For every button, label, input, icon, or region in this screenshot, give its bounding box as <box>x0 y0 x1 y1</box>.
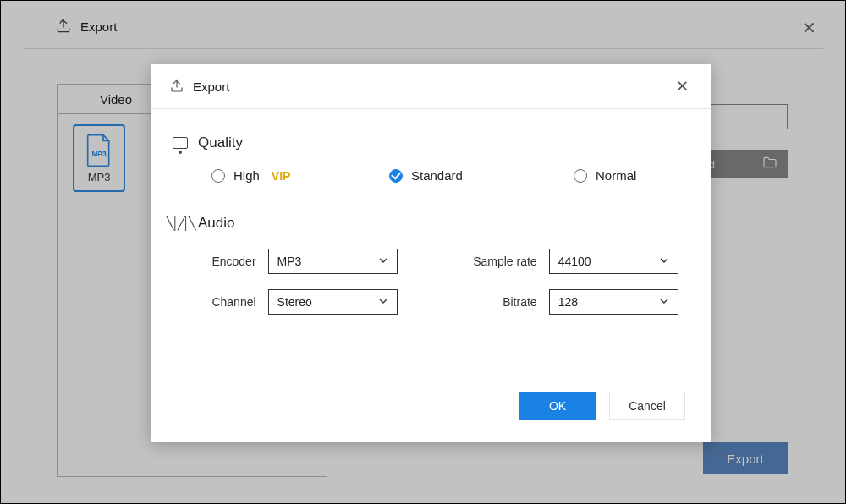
channel-value: Stereo <box>277 295 312 309</box>
chevron-down-icon <box>378 294 388 310</box>
samplerate-select[interactable]: 44100 <box>549 249 678 274</box>
encoder-value: MP3 <box>277 255 302 268</box>
radio-icon <box>212 169 225 183</box>
chevron-down-icon <box>378 254 388 269</box>
quality-option-normal[interactable]: Normal <box>574 168 636 183</box>
modal-title: Export <box>193 79 229 94</box>
close-icon[interactable]: ✕ <box>673 74 692 99</box>
radio-icon <box>574 169 587 183</box>
bitrate-label: Bitrate <box>448 295 537 309</box>
ok-label: OK <box>549 399 566 413</box>
vip-badge: VIP <box>272 169 291 183</box>
bitrate-value: 128 <box>558 295 578 309</box>
bitrate-select[interactable]: 128 <box>549 289 678 315</box>
radio-checked-icon <box>389 169 403 183</box>
chevron-down-icon <box>659 254 669 269</box>
samplerate-value: 44100 <box>558 255 591 268</box>
export-settings-modal: Export ✕ Quality High VIP Standard Norma… <box>151 64 711 442</box>
audio-section-title: Audio <box>198 215 234 232</box>
chevron-down-icon <box>659 294 669 310</box>
channel-select[interactable]: Stereo <box>268 289 398 315</box>
quality-section-title: Quality <box>198 134 243 151</box>
cancel-label: Cancel <box>629 399 666 413</box>
quality-option-high[interactable]: High VIP <box>212 168 389 183</box>
samplerate-label: Sample rate <box>448 255 537 268</box>
encoder-select[interactable]: MP3 <box>268 249 398 274</box>
ok-button[interactable]: OK <box>519 392 596 420</box>
quality-option-standard[interactable]: Standard <box>389 168 574 183</box>
encoder-label: Encoder <box>196 255 256 268</box>
quality-standard-label: Standard <box>411 168 463 183</box>
quality-normal-label: Normal <box>596 168 636 183</box>
cancel-button[interactable]: Cancel <box>609 392 685 420</box>
audio-wave-icon: ╲│╱│╲ <box>171 216 190 230</box>
export-icon <box>169 79 184 94</box>
monitor-icon <box>171 137 190 149</box>
quality-high-label: High <box>233 168 260 183</box>
channel-label: Channel <box>196 295 256 309</box>
